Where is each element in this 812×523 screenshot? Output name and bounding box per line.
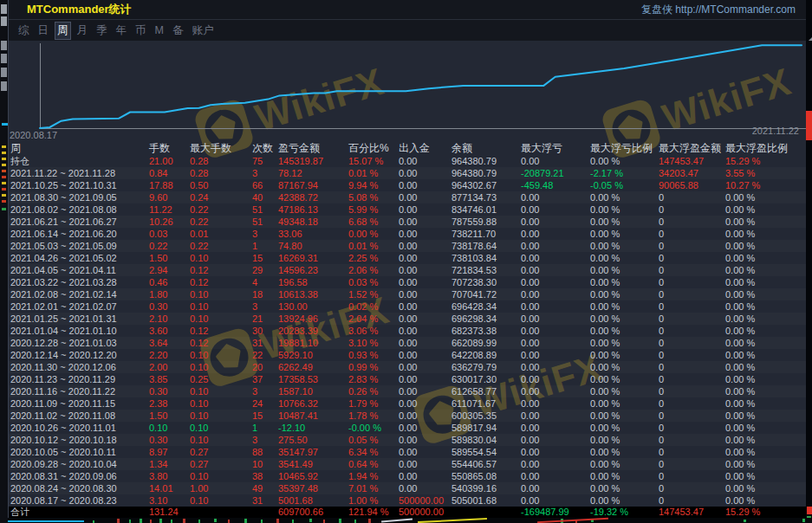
cell-period: 2021.03.22 ~ 2021.03.28	[10, 276, 149, 288]
cell-max-float-profit-pct: 0.00 %	[725, 313, 806, 325]
cell-balance: 707238.30	[451, 276, 521, 288]
table-row[interactable]: 2020.10.26 ~ 2020.11.010.100.101-12.10-0…	[9, 422, 806, 434]
cell-lots: 11.22	[149, 203, 190, 216]
menu-item-month[interactable]: 月	[75, 22, 91, 40]
table-row[interactable]: 2020.11.23 ~ 2020.11.293.850.253717358.5…	[9, 373, 806, 385]
table-row[interactable]: 2021.04.05 ~ 2021.04.112.940.122914596.2…	[9, 264, 806, 276]
cell-max-float-profit: 0	[659, 446, 725, 458]
cell-profit: 10766.32	[278, 397, 348, 410]
background-fragment	[117, 519, 120, 523]
table-row[interactable]: 2021.06.14 ~ 2021.06.200.030.01333.060.0…	[9, 228, 806, 240]
cell-balance: 611071.67	[451, 397, 521, 410]
table-row[interactable]: 2020.11.16 ~ 2020.11.220.300.1031587.100…	[9, 385, 806, 397]
cell-period: 持仓	[10, 155, 149, 167]
menu-item-account[interactable]: 账户	[189, 22, 216, 40]
table-row[interactable]: 2020.11.09 ~ 2020.11.152.380.102410766.3…	[9, 397, 806, 410]
cell-profit: 87167.94	[278, 179, 348, 191]
table-row[interactable]: 2020.08.24 ~ 2020.08.3014.011.004935397.…	[9, 482, 806, 494]
cell-deposit: 0.00	[399, 288, 451, 300]
cell-max-float-profit-pct: 0.00 %	[725, 410, 806, 422]
table-row[interactable]: 2020.10.12 ~ 2020.10.180.300.103275.500.…	[9, 434, 806, 446]
cell-max-float-profit-pct: 0.00 %	[725, 300, 806, 313]
background-fragment	[129, 520, 131, 523]
background-fragment	[802, 519, 805, 522]
table-row[interactable]: 2020.08.31 ~ 2020.09.063.800.103810465.9…	[9, 470, 806, 482]
table-row[interactable]: 2021.10.25 ~ 2021.10.3117.880.506687167.…	[9, 179, 806, 191]
table-row[interactable]: 持仓21.000.2875145319.8715.07 %0.00964380.…	[9, 155, 806, 167]
cell-max-float-loss: 0.00	[521, 446, 590, 458]
cell-max-lots: 0.12	[190, 264, 252, 276]
table-row[interactable]: 2021.11.22 ~ 2021.11.280.840.28378.120.0…	[9, 167, 806, 179]
menu-item-magic[interactable]: M	[153, 23, 166, 38]
table-row[interactable]: 2020.12.28 ~ 2021.01.033.640.123119881.1…	[9, 337, 806, 349]
table-row[interactable]: 2020.08.17 ~ 2020.08.233.100.10315001.68…	[9, 494, 806, 507]
cell-count: 29	[252, 264, 278, 276]
cell-lots: 2.20	[149, 349, 190, 361]
cell-max-float-profit: 0	[659, 434, 725, 446]
cell-max-float-profit: 0	[659, 300, 725, 313]
menu-item-currency[interactable]: 币	[133, 22, 149, 40]
cell-count: 3	[252, 228, 278, 240]
table-row[interactable]: 2020.12.14 ~ 2020.12.202.200.10225929.10…	[9, 349, 806, 361]
cell-max-float-loss-pct: 0.00 %	[590, 276, 659, 288]
cell-max-lots: 0.50	[190, 179, 252, 191]
cell-profit: 10487.41	[278, 410, 348, 422]
cell-profit: 196.58	[278, 276, 348, 288]
background-fragment	[276, 519, 279, 523]
cell-max-float-profit: 0	[659, 410, 725, 422]
cell-lots: 3.85	[149, 373, 190, 385]
cell-profit-pct: 15.07 %	[348, 155, 399, 167]
cell-max-float-loss: 0.00	[521, 191, 590, 203]
cell-max-float-profit: 0	[659, 313, 725, 325]
menu-item-week[interactable]: 周	[55, 22, 71, 40]
table-row[interactable]: 2021.02.08 ~ 2021.02.141.800.101810613.3…	[9, 288, 806, 300]
background-fragment	[2, 194, 6, 197]
cell-max-lots: 0.27	[190, 458, 252, 470]
cell-max-float-loss-pct: 0.00 %	[590, 361, 659, 373]
cell-deposit: 0.00	[399, 434, 451, 446]
cell-max-float-loss-pct: -19.32 %	[590, 507, 659, 518]
table-row[interactable]: 2021.03.22 ~ 2021.03.280.460.124196.580.…	[9, 276, 806, 288]
table-row[interactable]: 2021.08.02 ~ 2021.08.0811.220.225147186.…	[9, 203, 806, 216]
cell-deposit: 0.00	[399, 167, 451, 179]
cell-lots: 2.00	[149, 361, 190, 373]
table-row[interactable]: 2021.04.26 ~ 2021.05.021.500.101516269.3…	[9, 252, 806, 264]
cell-profit: -12.10	[278, 422, 348, 434]
menu-item-summary[interactable]: 综	[16, 22, 32, 40]
brand-link[interactable]: 复盘侠 http://MTCommander.com	[641, 3, 796, 17]
table-row[interactable]: 2020.11.02 ~ 2020.11.081.500.101510487.4…	[9, 410, 806, 422]
table-row[interactable]: 2020.09.28 ~ 2020.10.041.340.27103541.49…	[9, 458, 806, 470]
window-title: MTCommander统计	[27, 2, 132, 17]
cell-max-float-loss-pct: 0.00 %	[590, 313, 659, 325]
menu-bar: 综日周月季年币M备账户	[9, 20, 806, 41]
cell-max-float-loss: 0.00	[521, 313, 590, 325]
cell-deposit: 0.00	[399, 470, 451, 482]
menu-item-note[interactable]: 备	[170, 22, 186, 40]
table-row[interactable]: 2021.02.01 ~ 2021.02.070.300.103130.000.…	[9, 300, 806, 313]
cell-max-float-loss-pct: 0.00 %	[590, 325, 659, 337]
cell-max-lots: 0.01	[190, 228, 252, 240]
header-period: 周	[10, 141, 149, 155]
table-row[interactable]: 2021.01.04 ~ 2021.01.103.600.123020283.3…	[9, 325, 806, 337]
cell-count: 3	[252, 300, 278, 313]
table-row[interactable]: 2021.01.25 ~ 2021.01.312.100.102113924.9…	[9, 313, 806, 325]
cell-balance: 721834.53	[451, 264, 521, 276]
cell-deposit: 0.00	[399, 203, 451, 216]
table-row[interactable]: 2020.10.05 ~ 2020.10.118.970.278835147.9…	[9, 446, 806, 458]
cell-balance: 834746.01	[451, 203, 521, 216]
cell-count: 49	[252, 482, 278, 494]
menu-item-day[interactable]: 日	[36, 22, 52, 40]
menu-item-year[interactable]: 年	[114, 22, 130, 40]
table-row[interactable]: 2021.05.03 ~ 2021.05.090.220.22174.800.0…	[9, 240, 806, 252]
table-row[interactable]: 2021.08.30 ~ 2021.09.059.600.244042388.7…	[9, 191, 806, 203]
menu-item-quarter[interactable]: 季	[94, 22, 110, 40]
cell-period: 2021.05.03 ~ 2021.05.09	[10, 240, 149, 252]
cell-period: 2020.11.16 ~ 2020.11.22	[10, 385, 149, 397]
cell-max-float-loss-pct: 0.00 %	[590, 203, 659, 216]
cell-balance: 964302.67	[451, 179, 521, 191]
cell-period: 2020.11.23 ~ 2020.11.29	[10, 373, 149, 385]
table-row[interactable]: 2021.06.21 ~ 2021.06.2710.260.225149348.…	[9, 216, 806, 228]
table-row[interactable]: 2020.11.30 ~ 2020.12.062.000.10206262.49…	[9, 361, 806, 373]
cell-max-float-profit: 0	[659, 203, 725, 216]
cell-lots: 9.60	[149, 191, 190, 203]
